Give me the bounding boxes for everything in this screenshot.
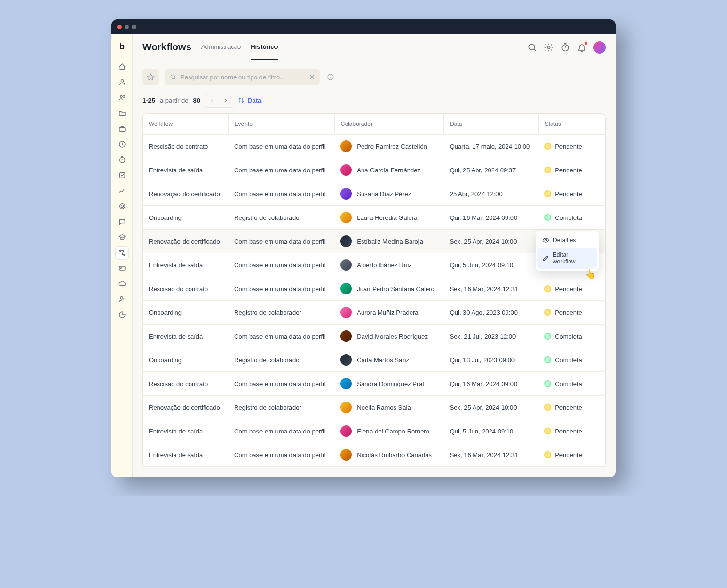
cell-evento: Com base em uma data do perfil [228, 135, 334, 158]
nav-workflows-icon[interactable] [115, 246, 129, 260]
page-range: 1-25 [142, 97, 155, 104]
notification-badge [585, 42, 587, 45]
tab-history[interactable]: Histórico [251, 34, 278, 60]
cell-colaborador: Pedro Ramirez Castellón [334, 135, 443, 158]
collaborator-avatar [340, 259, 352, 271]
cell-data: Qui, 5 Jun, 2024 09:10 [444, 253, 538, 277]
timer-header-icon[interactable] [560, 43, 570, 52]
nav-adduser-icon[interactable] [115, 293, 129, 306]
table-row[interactable]: Entrevista de saída Com base em uma data… [143, 419, 605, 443]
cell-evento: Registro de colaborador [228, 348, 334, 372]
cell-data: Sex, 16 Mar, 2024 12:31 [444, 277, 538, 301]
cell-colaborador: Noelia Ramos Sala [334, 396, 443, 419]
nav-checkbox-icon[interactable] [115, 169, 129, 182]
close-window-button[interactable] [117, 25, 122, 29]
menu-details[interactable]: Detalhes [537, 233, 597, 248]
nav-id-icon[interactable] [115, 262, 129, 275]
table-row[interactable]: Renovação do certificado Registro de col… [143, 396, 605, 419]
menu-edit[interactable]: Editar workflow 👆 [537, 248, 597, 269]
cell-workflow: Renovação do certificado [143, 230, 228, 253]
cell-workflow: Entrevista de saída [143, 158, 228, 182]
nav-graduation-icon[interactable] [115, 231, 129, 244]
table-row[interactable]: Rescisão do contrato Com base em uma dat… [143, 135, 605, 158]
favorite-button[interactable] [142, 69, 159, 85]
collaborator-avatar [340, 164, 352, 176]
nav-folder-icon[interactable] [115, 107, 129, 120]
nav-cloud-icon[interactable] [115, 277, 129, 291]
svg-point-12 [120, 268, 122, 269]
user-avatar[interactable] [593, 41, 606, 54]
search-icon[interactable] [527, 43, 537, 52]
table-row[interactable]: Rescisão do contrato Com base em uma dat… [143, 277, 605, 301]
app-window: b Workflows Administração [111, 19, 616, 477]
nav-timer-icon[interactable] [115, 153, 129, 167]
col-status[interactable]: Status [538, 114, 605, 135]
cell-data: Qui, 25 Abr, 2024 09:37 [444, 158, 538, 182]
settings-icon[interactable] [544, 43, 553, 52]
svg-rect-3 [119, 127, 125, 131]
table-row[interactable]: Entrevista de saída Com base em uma data… [143, 325, 605, 348]
col-workflow[interactable]: Workflow [143, 114, 228, 135]
cell-workflow: Rescisão do contrato [143, 277, 228, 301]
nav-chart-icon[interactable] [115, 184, 129, 198]
cell-status: Completa [538, 325, 605, 348]
nav-target-icon[interactable] [115, 200, 129, 213]
prev-page-button[interactable] [205, 93, 219, 107]
col-colaborador[interactable]: Colaborador [334, 114, 443, 135]
nav-users-icon[interactable] [115, 91, 129, 105]
minimize-window-button[interactable] [125, 25, 129, 29]
tab-admin[interactable]: Administração [201, 34, 241, 60]
cursor-icon: 👆 [585, 269, 596, 279]
svg-point-14 [529, 44, 535, 50]
cell-colaborador: Carla Martos Sanz [334, 348, 443, 372]
collaborator-avatar [340, 212, 352, 223]
search-input[interactable] [180, 74, 305, 81]
cell-colaborador: Aurora Muñiz Pradera [334, 301, 443, 325]
context-menu: Detalhes Editar workflow 👆 [536, 231, 599, 271]
collaborator-avatar [340, 307, 352, 318]
search-icon [170, 74, 176, 80]
info-icon[interactable] [326, 72, 335, 82]
status-dot [544, 404, 551, 411]
table-row[interactable]: Entrevista de saída Com base em uma data… [143, 443, 605, 467]
maximize-window-button[interactable] [132, 25, 136, 29]
cell-data: Qui, 30 Ago, 2023 09:00 [444, 301, 538, 325]
table-row[interactable]: Onboarding Registro de colaborador Carla… [143, 348, 605, 372]
status-dot [544, 309, 551, 316]
table-row[interactable]: Onboarding Registro de colaborador Auror… [143, 301, 605, 325]
cell-status: Pendente [538, 419, 605, 443]
table-row[interactable]: Renovação do certificado Com base em uma… [143, 182, 605, 206]
cell-workflow: Entrevista de saída [143, 325, 228, 348]
nav-chat-icon[interactable] [115, 215, 129, 229]
svg-point-10 [123, 254, 125, 256]
col-data[interactable]: Data [444, 114, 538, 135]
cell-status: Pendente [538, 277, 605, 301]
eye-icon [542, 237, 549, 244]
cell-status: Completa [538, 372, 605, 396]
cell-colaborador: Laura Heredia Galera [334, 206, 443, 230]
table-row[interactable]: Rescisão do contrato Com base em uma dat… [143, 372, 605, 396]
edit-icon [542, 255, 549, 262]
collaborator-avatar [340, 283, 352, 294]
brand-logo: b [115, 40, 129, 53]
page-separator: a partir de [160, 97, 189, 104]
nav-briefcase-icon[interactable] [115, 122, 129, 136]
table-row[interactable]: Onboarding Registro de colaborador Laura… [143, 206, 605, 230]
collaborator-avatar [340, 235, 352, 247]
sort-button[interactable]: Data [238, 97, 261, 104]
cell-data: Qui, 16 Mar, 2024 09:00 [444, 206, 538, 230]
cell-data: Quarta, 17 maio, 2024 10:00 [444, 135, 538, 158]
col-evento[interactable]: Evento [228, 114, 334, 135]
status-dot [544, 190, 551, 197]
nav-home-icon[interactable] [115, 60, 129, 74]
nav-pie-icon[interactable] [115, 308, 129, 322]
notifications-icon[interactable] [577, 43, 586, 52]
nav-clock-icon[interactable] [115, 138, 129, 151]
next-page-button[interactable] [219, 93, 233, 107]
clear-search-icon[interactable]: ✕ [309, 73, 315, 82]
cell-workflow: Entrevista de saída [143, 443, 228, 467]
search-box[interactable]: ✕ [165, 69, 320, 85]
cell-status: Pendente [538, 182, 605, 206]
table-row[interactable]: Entrevista de saída Com base em uma data… [143, 158, 605, 182]
nav-user-icon[interactable] [115, 76, 129, 89]
